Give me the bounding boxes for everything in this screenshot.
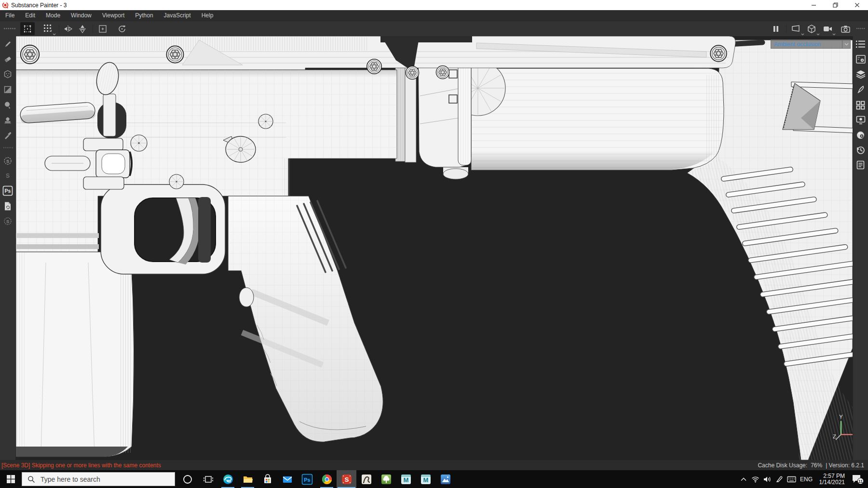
photoshop-export-icon[interactable]: Ps — [2, 185, 13, 196]
minimize-button[interactable] — [803, 0, 825, 10]
tile-pattern-button[interactable] — [41, 22, 55, 35]
shader-settings-icon[interactable] — [855, 130, 866, 140]
version-label: | Version: 6.2.1 — [826, 462, 864, 469]
touch-keyboard-icon[interactable] — [786, 470, 798, 488]
taskbar-app-speedtree[interactable] — [376, 470, 396, 488]
substance-share-icon[interactable]: S — [2, 170, 13, 181]
sidebar-grip-icon — [3, 147, 13, 148]
menu-help[interactable]: Help — [196, 10, 219, 21]
system-tray: ENG 2:57 PM 1/14/2021 11 — [737, 470, 868, 488]
clock[interactable]: 2:57 PM 1/14/2021 — [815, 473, 845, 486]
wireframe-model — [16, 36, 853, 460]
wifi-icon[interactable] — [749, 470, 761, 488]
screenshot-button[interactable] — [838, 22, 853, 35]
menu-viewport[interactable]: Viewport — [97, 10, 130, 21]
menu-edit[interactable]: Edit — [20, 10, 41, 21]
volume-icon[interactable] — [761, 470, 773, 488]
view-3d-mode-button[interactable] — [804, 22, 819, 35]
marquee-select-button[interactable] — [20, 22, 35, 35]
history-icon[interactable] — [855, 145, 866, 155]
svg-text:Ps: Ps — [5, 188, 11, 194]
cache-disk-usage-value: 76% — [811, 462, 822, 469]
taskbar-app-maya[interactable]: M — [396, 470, 416, 488]
camera-mode-button[interactable] — [820, 22, 835, 35]
texture-set-list-icon[interactable] — [855, 39, 866, 49]
grid-view-icon[interactable] — [855, 100, 866, 110]
clock-time: 2:57 PM — [815, 473, 845, 479]
restore-button[interactable] — [825, 0, 846, 10]
layers-icon[interactable] — [855, 69, 866, 79]
title-bar: Substance Painter - 3 — [0, 0, 868, 10]
menu-mode[interactable]: Mode — [41, 10, 66, 21]
taskbar-app-photos[interactable] — [435, 470, 455, 488]
clock-date: 1/14/2021 — [815, 479, 845, 486]
toolbar-grip-icon — [856, 27, 865, 29]
shading-mode-dropdown[interactable]: Ambient occlusion — [771, 40, 851, 49]
taskbar-apps: Ps S M M — [218, 470, 455, 488]
close-button[interactable] — [846, 0, 868, 10]
taskbar-app-photoshop[interactable]: Ps — [297, 470, 317, 488]
menu-javascript[interactable]: JavaScript — [159, 10, 196, 21]
panels-sidebar — [853, 36, 868, 460]
taskbar-app-store[interactable] — [258, 470, 277, 488]
substance-source-icon[interactable]: S — [2, 156, 13, 166]
tools-sidebar: S S Ps S — [0, 36, 16, 460]
svg-text:M: M — [403, 476, 408, 483]
status-message: [Scene 3D] Skipping one or more lines wi… — [1, 462, 758, 469]
toolbar-grip-icon — [4, 27, 15, 29]
shading-mode-label: Ambient occlusion — [771, 41, 842, 48]
taskbar-app-edge[interactable] — [218, 470, 238, 488]
eraser-tool-icon[interactable] — [2, 54, 13, 65]
menu-python[interactable]: Python — [130, 10, 158, 21]
svg-text:Ps: Ps — [304, 476, 310, 482]
3d-viewport[interactable]: Ambient occlusion Y X Z — [16, 36, 853, 460]
brush-settings-icon[interactable] — [855, 84, 866, 95]
reset-rotation-button[interactable] — [115, 22, 129, 35]
smudge-tool-icon[interactable] — [2, 100, 13, 110]
substance-automation-icon[interactable]: S — [2, 216, 13, 226]
menu-file[interactable]: File — [0, 10, 20, 21]
svg-text:S: S — [344, 476, 349, 483]
search-input[interactable] — [40, 475, 157, 484]
hidden-icons-chevron-icon[interactable] — [737, 470, 749, 488]
cortana-button[interactable] — [176, 470, 199, 488]
language-indicator[interactable]: ENG — [798, 476, 815, 483]
svg-text:S: S — [6, 159, 9, 164]
taskbar-app-substance-painter[interactable]: S — [337, 470, 356, 488]
material-picker-tool-icon[interactable] — [2, 130, 13, 141]
texture-set-settings-icon[interactable] — [855, 54, 866, 65]
windows-ink-pen-icon[interactable] — [773, 470, 786, 488]
svg-text:S: S — [6, 172, 10, 179]
cache-disk-usage-label: Cache Disk Usage: — [758, 462, 807, 469]
taskbar-search[interactable] — [22, 472, 175, 486]
display-settings-icon[interactable] — [855, 115, 866, 125]
mirror-horizontal-button[interactable] — [61, 22, 75, 35]
status-bar: [Scene 3D] Skipping one or more lines wi… — [0, 460, 868, 470]
pause-engine-button[interactable] — [769, 22, 783, 35]
task-view-button[interactable] — [199, 470, 218, 488]
taskbar-app-file-explorer[interactable] — [238, 470, 258, 488]
start-button[interactable] — [0, 470, 22, 488]
frame-selection-button[interactable] — [95, 22, 110, 35]
projection-tool-icon[interactable] — [2, 69, 13, 79]
paint-tool-icon[interactable] — [2, 39, 13, 49]
windows-taskbar: Ps S M M — [0, 470, 868, 488]
resources-updater-icon[interactable] — [2, 201, 13, 211]
svg-text:S: S — [6, 219, 9, 224]
clone-tool-icon[interactable] — [2, 115, 13, 125]
search-icon — [27, 475, 35, 483]
menu-window[interactable]: Window — [66, 10, 97, 21]
action-center-button[interactable]: 11 — [848, 470, 868, 488]
polygon-fill-tool-icon[interactable] — [2, 84, 13, 95]
taskbar-app-chrome[interactable] — [317, 470, 337, 488]
svg-text:11: 11 — [858, 478, 863, 483]
taskbar-app-maya-2[interactable]: M — [416, 470, 435, 488]
taskbar-app-mail[interactable] — [277, 470, 297, 488]
log-icon[interactable] — [855, 159, 866, 170]
display-mode-button[interactable] — [789, 22, 803, 35]
taskbar-app-zbrush[interactable] — [356, 470, 376, 488]
chevron-down-icon — [842, 43, 850, 46]
axis-gizmo: Y X Z — [825, 413, 853, 448]
main-toolbar — [0, 21, 868, 36]
mirror-vertical-button[interactable] — [75, 22, 90, 35]
